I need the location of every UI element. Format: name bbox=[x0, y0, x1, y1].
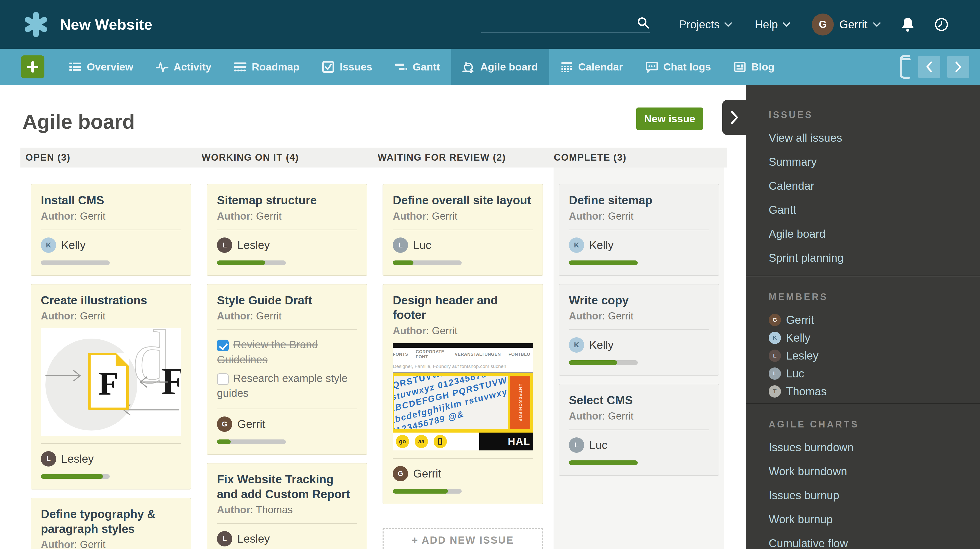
avatar: L bbox=[569, 437, 584, 453]
issue-title: Style Guide Draft bbox=[217, 293, 357, 308]
sidebar-link-summary[interactable]: Summary bbox=[769, 155, 965, 168]
divider bbox=[569, 329, 709, 330]
issue-card[interactable]: Define sitemap Author: Gerrit K Kelly bbox=[558, 184, 719, 276]
column-header-waiting: WAITING FOR REVIEW (2) bbox=[378, 148, 506, 168]
checkbox-icon[interactable] bbox=[217, 340, 229, 351]
search-input[interactable] bbox=[481, 18, 636, 29]
new-issue-button[interactable]: New issue bbox=[636, 107, 703, 130]
member-item-thomas[interactable]: T Thomas bbox=[769, 385, 965, 398]
member-item-kelly[interactable]: K Kelly bbox=[769, 332, 965, 344]
sidebar-link-agile-board[interactable]: Agile board bbox=[769, 228, 965, 240]
issue-author: Author: Gerrit bbox=[41, 539, 181, 549]
divider bbox=[41, 443, 181, 444]
user-menu[interactable]: G Gerrit bbox=[812, 14, 881, 35]
member-name: Thomas bbox=[786, 385, 827, 398]
issue-card[interactable]: Define overall site layout Author: Gerri… bbox=[383, 184, 543, 276]
tab-agile-board[interactable]: Agile board bbox=[451, 49, 549, 85]
list-icon bbox=[69, 61, 82, 73]
sidebar-link-work-burndown[interactable]: Work burndown bbox=[769, 465, 965, 478]
document-icon: F bbox=[88, 353, 129, 410]
author-label: Author bbox=[569, 211, 602, 222]
author-label: Author bbox=[217, 211, 250, 222]
subtask-item[interactable]: Review the Brand Guidelines bbox=[217, 337, 357, 367]
assignee-row: K Kelly bbox=[41, 238, 181, 253]
tab-chat-logs[interactable]: Chat logs bbox=[634, 49, 722, 85]
add-tab-button[interactable] bbox=[21, 56, 45, 78]
projects-menu-label: Projects bbox=[679, 18, 720, 31]
website-menu-item: FONTS bbox=[393, 352, 408, 357]
issue-title: Select CMS bbox=[569, 393, 709, 408]
column-header-complete: COMPLETE (3) bbox=[554, 148, 627, 168]
tab-blog[interactable]: Blog bbox=[722, 49, 786, 85]
sidebar-link-calendar[interactable]: Calendar bbox=[769, 180, 965, 192]
scroll-tabs-right-button[interactable] bbox=[947, 56, 969, 78]
assignee-row: K Kelly bbox=[569, 337, 709, 353]
tab-label: Chat logs bbox=[663, 61, 711, 73]
issue-card[interactable]: Write copy Author: Gerrit K Kelly bbox=[558, 284, 719, 376]
search-box[interactable] bbox=[481, 16, 650, 33]
issue-card[interactable]: Style Guide Draft Author: Gerrit Review … bbox=[207, 284, 367, 455]
sidebar-link-work-burnup[interactable]: Work burnup bbox=[769, 513, 965, 526]
issue-card[interactable]: Select CMS Author: Gerrit L Luc bbox=[558, 384, 719, 476]
projects-menu[interactable]: Projects bbox=[679, 18, 732, 31]
checkbox-icon[interactable] bbox=[217, 373, 229, 385]
member-item-luc[interactable]: L Luc bbox=[769, 367, 965, 380]
time-tracking-button[interactable] bbox=[934, 17, 948, 32]
help-menu[interactable]: Help bbox=[755, 18, 791, 31]
pulse-icon bbox=[156, 61, 169, 73]
calendar-icon bbox=[560, 61, 573, 73]
tab-activity[interactable]: Activity bbox=[145, 49, 223, 85]
tab-roadmap[interactable]: Roadmap bbox=[223, 49, 310, 85]
issue-author: Author: Gerrit bbox=[569, 211, 709, 222]
sidebar-link-view-all-issues[interactable]: View all issues bbox=[769, 131, 965, 144]
notifications-button[interactable] bbox=[900, 17, 915, 32]
sidebar-collapse-handle[interactable] bbox=[722, 100, 746, 135]
notebook-icon[interactable] bbox=[898, 54, 911, 80]
divider bbox=[746, 403, 980, 404]
member-item-lesley[interactable]: L Lesley bbox=[769, 350, 965, 362]
website-tagline: Designer, Familie, Foundry auf fontshop.… bbox=[393, 361, 533, 373]
progress-bar bbox=[569, 360, 638, 365]
tab-issues[interactable]: Issues bbox=[310, 49, 383, 85]
author-name: Gerrit bbox=[256, 310, 282, 321]
help-menu-label: Help bbox=[755, 18, 778, 31]
tab-gantt[interactable]: Gantt bbox=[383, 49, 451, 85]
sidebar-section-issues-title: ISSUES bbox=[769, 110, 965, 120]
column-working-on-it: Sitemap structure Author: Gerrit L Lesle… bbox=[207, 184, 367, 549]
progress-bar bbox=[393, 489, 462, 493]
progress-bar bbox=[569, 260, 638, 265]
member-item-gerrit[interactable]: G Gerrit bbox=[769, 314, 965, 326]
issue-card[interactable]: Install CMS Author: Gerrit K Kelly bbox=[30, 184, 191, 276]
sidebar-link-cumulative-flow[interactable]: Cumulative flow bbox=[769, 537, 965, 549]
avatar: L bbox=[217, 238, 232, 253]
sidebar-link-issues-burnup[interactable]: Issues burnup bbox=[769, 489, 965, 502]
chevron-left-icon bbox=[924, 61, 934, 72]
sidebar-link-sprint-planning[interactable]: Sprint planning bbox=[769, 252, 965, 264]
issue-card[interactable]: Define typography & paragraph styles Aut… bbox=[30, 498, 191, 549]
subtask-label: Review the Brand Guidelines bbox=[217, 338, 318, 365]
issue-card[interactable]: Sitemap structure Author: Gerrit L Lesle… bbox=[207, 184, 367, 276]
progress-fill bbox=[41, 474, 103, 479]
tab-label: Overview bbox=[87, 61, 133, 73]
author-name: Gerrit bbox=[608, 410, 633, 421]
add-new-issue-button[interactable]: + ADD NEW ISSUE bbox=[383, 528, 543, 549]
scroll-tabs-left-button[interactable] bbox=[918, 56, 940, 78]
issue-card[interactable]: Design header and footer Author: Gerrit … bbox=[383, 284, 543, 504]
tab-overview[interactable]: Overview bbox=[58, 49, 145, 85]
subtask-item[interactable]: Research example style guides bbox=[217, 371, 357, 401]
assignee-name: Gerrit bbox=[413, 467, 441, 480]
project-title: New Website bbox=[60, 16, 152, 33]
search-icon[interactable] bbox=[636, 16, 650, 29]
avatar: K bbox=[569, 337, 584, 353]
assignee-row: L Lesley bbox=[217, 238, 357, 253]
sidebar-link-gantt[interactable]: Gantt bbox=[769, 204, 965, 216]
sidebar-link-issues-burndown[interactable]: Issues burndown bbox=[769, 441, 965, 454]
issue-card[interactable]: Create illustrations Author: Gerrit d F … bbox=[30, 284, 191, 490]
issue-card[interactable]: Fix Website Tracking and add Custom Repo… bbox=[207, 463, 367, 549]
avatar: L bbox=[41, 451, 56, 466]
issue-title: Sitemap structure bbox=[217, 193, 357, 208]
tab-calendar[interactable]: Calendar bbox=[549, 49, 634, 85]
bell-icon bbox=[900, 17, 915, 32]
progress-fill bbox=[393, 260, 414, 265]
issues-sidebar: ISSUES View all issues Summary Calendar … bbox=[746, 85, 980, 549]
